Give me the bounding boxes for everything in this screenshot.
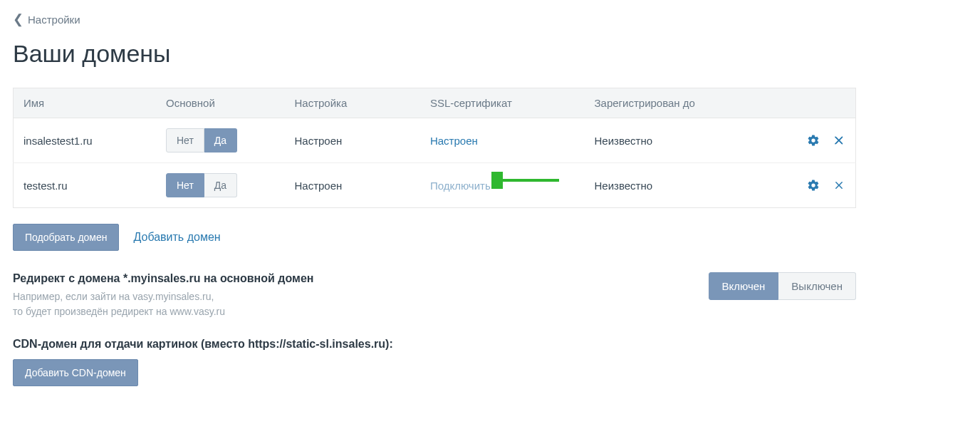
page-title: Ваши домены (13, 40, 967, 68)
table-row: testest.ru Нет Да Настроен Подключить (14, 163, 856, 208)
th-setup: Настройка (284, 88, 419, 118)
toggle-no[interactable]: Нет (166, 128, 204, 153)
th-main: Основной (156, 88, 284, 118)
redirect-setting: Редирект с домена *.myinsales.ru на осно… (13, 272, 856, 319)
cdn-section: CDN-домен для отдачи картинок (вместо ht… (13, 338, 967, 386)
cdn-label: CDN-домен для отдачи картинок (вместо ht… (13, 338, 967, 351)
add-domain-link[interactable]: Добавить домен (133, 231, 220, 244)
pick-domain-button[interactable]: Подобрать домен (13, 224, 119, 251)
ssl-connect-link[interactable]: Подключить (430, 180, 491, 192)
redirect-toggle: Включен Выключен (709, 272, 857, 300)
setup-status: Настроен (284, 163, 419, 208)
th-ssl: SSL-сертификат (420, 88, 585, 118)
toggle-no[interactable]: Нет (166, 173, 204, 197)
main-toggle: Нет Да (166, 128, 237, 153)
domain-name: insalestest1.ru (14, 118, 157, 163)
redirect-on[interactable]: Включен (709, 272, 779, 300)
redirect-help: Например, если зайти на vasy.myinsales.r… (13, 289, 313, 319)
th-actions (784, 88, 855, 118)
domain-name: testest.ru (14, 163, 157, 208)
redirect-help-line: то будет произведён редирект на www.vasy… (13, 304, 313, 319)
breadcrumb[interactable]: ❮ Настройки (13, 13, 967, 26)
redirect-help-line: Например, если зайти на vasy.myinsales.r… (13, 289, 313, 304)
gear-icon[interactable] (807, 179, 820, 192)
close-icon[interactable] (833, 179, 845, 192)
ssl-status-link[interactable]: Настроен (430, 135, 478, 147)
setup-status: Настроен (284, 118, 419, 163)
th-registered: Зарегистрирован до (585, 88, 785, 118)
arrow-annotation-icon (491, 172, 563, 189)
breadcrumb-label: Настройки (28, 14, 80, 26)
domains-table: Имя Основной Настройка SSL-сертификат За… (13, 88, 856, 208)
redirect-off[interactable]: Выключен (778, 272, 856, 300)
registered-until: Неизвестно (585, 118, 785, 163)
add-cdn-domain-button[interactable]: Добавить CDN-домен (13, 359, 138, 386)
table-row: insalestest1.ru Нет Да Настроен Настроен… (14, 118, 856, 163)
main-toggle: Нет Да (166, 173, 237, 197)
gear-icon[interactable] (807, 134, 820, 147)
close-icon[interactable] (833, 134, 845, 147)
chevron-left-icon: ❮ (13, 13, 24, 26)
th-name: Имя (14, 88, 157, 118)
registered-until: Неизвестно (585, 163, 785, 208)
actions-row: Подобрать домен Добавить домен (13, 224, 967, 251)
toggle-yes[interactable]: Да (204, 173, 237, 197)
redirect-label: Редирект с домена *.myinsales.ru на осно… (13, 272, 313, 285)
toggle-yes[interactable]: Да (204, 128, 237, 153)
